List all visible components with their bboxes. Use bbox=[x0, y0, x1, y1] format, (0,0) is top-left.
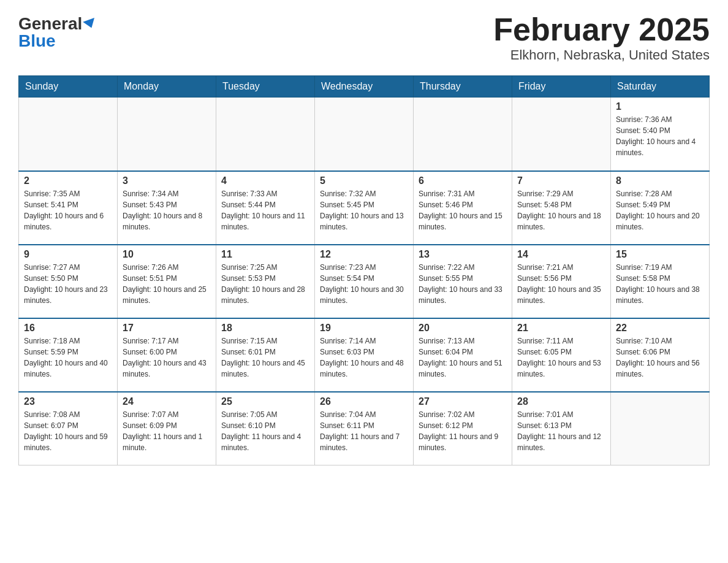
day-number: 14 bbox=[517, 249, 605, 260]
calendar-header-row: SundayMondayTuesdayWednesdayThursdayFrid… bbox=[19, 76, 710, 98]
day-info: Sunrise: 7:08 AM Sunset: 6:07 PM Dayligh… bbox=[24, 409, 112, 453]
day-info: Sunrise: 7:29 AM Sunset: 5:48 PM Dayligh… bbox=[517, 188, 605, 232]
day-number: 5 bbox=[320, 175, 408, 186]
day-number: 8 bbox=[616, 175, 704, 186]
day-info: Sunrise: 7:18 AM Sunset: 5:59 PM Dayligh… bbox=[24, 335, 112, 380]
day-info: Sunrise: 7:01 AM Sunset: 6:13 PM Dayligh… bbox=[517, 409, 605, 453]
day-number: 3 bbox=[123, 175, 211, 186]
calendar-day-header: Tuesday bbox=[216, 76, 315, 98]
day-info: Sunrise: 7:21 AM Sunset: 5:56 PM Dayligh… bbox=[517, 262, 605, 306]
calendar-day-cell bbox=[611, 392, 710, 465]
logo-general-text: General bbox=[18, 15, 82, 33]
day-info: Sunrise: 7:10 AM Sunset: 6:06 PM Dayligh… bbox=[616, 335, 704, 380]
day-number: 19 bbox=[320, 323, 408, 334]
calendar-day-cell: 27Sunrise: 7:02 AM Sunset: 6:12 PM Dayli… bbox=[414, 392, 512, 465]
calendar-day-cell: 22Sunrise: 7:10 AM Sunset: 6:06 PM Dayli… bbox=[611, 318, 710, 392]
calendar-day-cell: 12Sunrise: 7:23 AM Sunset: 5:54 PM Dayli… bbox=[315, 245, 414, 318]
day-number: 4 bbox=[221, 175, 309, 186]
calendar-day-cell: 15Sunrise: 7:19 AM Sunset: 5:58 PM Dayli… bbox=[611, 245, 710, 318]
calendar-day-cell: 6Sunrise: 7:31 AM Sunset: 5:46 PM Daylig… bbox=[414, 171, 512, 245]
day-number: 2 bbox=[24, 175, 112, 186]
calendar-day-cell: 10Sunrise: 7:26 AM Sunset: 5:51 PM Dayli… bbox=[118, 245, 216, 318]
day-info: Sunrise: 7:04 AM Sunset: 6:11 PM Dayligh… bbox=[320, 409, 408, 453]
day-info: Sunrise: 7:19 AM Sunset: 5:58 PM Dayligh… bbox=[616, 262, 704, 306]
calendar-day-cell: 25Sunrise: 7:05 AM Sunset: 6:10 PM Dayli… bbox=[216, 392, 315, 465]
calendar-day-cell: 7Sunrise: 7:29 AM Sunset: 5:48 PM Daylig… bbox=[512, 171, 611, 245]
calendar-day-cell bbox=[19, 98, 118, 171]
calendar-title: February 2025 bbox=[493, 12, 710, 47]
day-number: 20 bbox=[419, 323, 507, 334]
logo-arrow-icon bbox=[83, 18, 97, 30]
day-info: Sunrise: 7:14 AM Sunset: 6:03 PM Dayligh… bbox=[320, 335, 408, 380]
calendar-week-row: 16Sunrise: 7:18 AM Sunset: 5:59 PM Dayli… bbox=[19, 318, 710, 392]
day-number: 28 bbox=[517, 396, 605, 407]
calendar-day-header: Friday bbox=[512, 76, 611, 98]
calendar-week-row: 9Sunrise: 7:27 AM Sunset: 5:50 PM Daylig… bbox=[19, 245, 710, 318]
calendar-week-row: 23Sunrise: 7:08 AM Sunset: 6:07 PM Dayli… bbox=[19, 392, 710, 465]
day-number: 21 bbox=[517, 323, 605, 334]
calendar-day-cell: 21Sunrise: 7:11 AM Sunset: 6:05 PM Dayli… bbox=[512, 318, 611, 392]
day-number: 23 bbox=[24, 396, 112, 407]
calendar-day-header: Thursday bbox=[414, 76, 512, 98]
calendar-week-row: 1Sunrise: 7:36 AM Sunset: 5:40 PM Daylig… bbox=[19, 98, 710, 171]
calendar-day-header: Monday bbox=[118, 76, 216, 98]
calendar-day-header: Sunday bbox=[19, 76, 118, 98]
calendar-day-cell: 17Sunrise: 7:17 AM Sunset: 6:00 PM Dayli… bbox=[118, 318, 216, 392]
day-number: 1 bbox=[616, 101, 704, 112]
day-info: Sunrise: 7:11 AM Sunset: 6:05 PM Dayligh… bbox=[517, 335, 605, 380]
day-number: 12 bbox=[320, 249, 408, 260]
day-info: Sunrise: 7:07 AM Sunset: 6:09 PM Dayligh… bbox=[123, 409, 211, 453]
day-info: Sunrise: 7:23 AM Sunset: 5:54 PM Dayligh… bbox=[320, 262, 408, 306]
day-info: Sunrise: 7:33 AM Sunset: 5:44 PM Dayligh… bbox=[221, 188, 309, 232]
calendar-day-cell bbox=[216, 98, 315, 171]
calendar-day-cell: 14Sunrise: 7:21 AM Sunset: 5:56 PM Dayli… bbox=[512, 245, 611, 318]
day-info: Sunrise: 7:34 AM Sunset: 5:43 PM Dayligh… bbox=[123, 188, 211, 232]
day-info: Sunrise: 7:25 AM Sunset: 5:53 PM Dayligh… bbox=[221, 262, 309, 306]
day-number: 26 bbox=[320, 396, 408, 407]
day-number: 24 bbox=[123, 396, 211, 407]
calendar-day-cell: 9Sunrise: 7:27 AM Sunset: 5:50 PM Daylig… bbox=[19, 245, 118, 318]
day-info: Sunrise: 7:17 AM Sunset: 6:00 PM Dayligh… bbox=[123, 335, 211, 380]
logo: General Blue bbox=[18, 12, 96, 50]
calendar-day-cell bbox=[414, 98, 512, 171]
day-number: 15 bbox=[616, 249, 704, 260]
day-info: Sunrise: 7:15 AM Sunset: 6:01 PM Dayligh… bbox=[221, 335, 309, 380]
day-number: 7 bbox=[517, 175, 605, 186]
day-info: Sunrise: 7:02 AM Sunset: 6:12 PM Dayligh… bbox=[419, 409, 507, 453]
day-number: 22 bbox=[616, 323, 704, 334]
calendar-day-cell: 3Sunrise: 7:34 AM Sunset: 5:43 PM Daylig… bbox=[118, 171, 216, 245]
calendar-subtitle: Elkhorn, Nebraska, United States bbox=[493, 47, 710, 63]
calendar-day-cell bbox=[512, 98, 611, 171]
day-info: Sunrise: 7:13 AM Sunset: 6:04 PM Dayligh… bbox=[419, 335, 507, 380]
day-info: Sunrise: 7:26 AM Sunset: 5:51 PM Dayligh… bbox=[123, 262, 211, 306]
calendar-day-header: Wednesday bbox=[315, 76, 414, 98]
day-number: 13 bbox=[419, 249, 507, 260]
title-area: February 2025 Elkhorn, Nebraska, United … bbox=[493, 12, 710, 63]
day-info: Sunrise: 7:05 AM Sunset: 6:10 PM Dayligh… bbox=[221, 409, 309, 453]
calendar-day-cell: 23Sunrise: 7:08 AM Sunset: 6:07 PM Dayli… bbox=[19, 392, 118, 465]
calendar-day-cell: 1Sunrise: 7:36 AM Sunset: 5:40 PM Daylig… bbox=[611, 98, 710, 171]
calendar-day-cell: 5Sunrise: 7:32 AM Sunset: 5:45 PM Daylig… bbox=[315, 171, 414, 245]
day-info: Sunrise: 7:35 AM Sunset: 5:41 PM Dayligh… bbox=[24, 188, 112, 232]
day-number: 6 bbox=[419, 175, 507, 186]
calendar-day-cell bbox=[118, 98, 216, 171]
calendar-table: SundayMondayTuesdayWednesdayThursdayFrid… bbox=[18, 75, 710, 465]
calendar-day-cell: 11Sunrise: 7:25 AM Sunset: 5:53 PM Dayli… bbox=[216, 245, 315, 318]
day-info: Sunrise: 7:32 AM Sunset: 5:45 PM Dayligh… bbox=[320, 188, 408, 232]
day-info: Sunrise: 7:36 AM Sunset: 5:40 PM Dayligh… bbox=[616, 114, 704, 158]
calendar-day-cell: 18Sunrise: 7:15 AM Sunset: 6:01 PM Dayli… bbox=[216, 318, 315, 392]
calendar-day-cell: 4Sunrise: 7:33 AM Sunset: 5:44 PM Daylig… bbox=[216, 171, 315, 245]
calendar-day-cell: 2Sunrise: 7:35 AM Sunset: 5:41 PM Daylig… bbox=[19, 171, 118, 245]
day-number: 17 bbox=[123, 323, 211, 334]
logo-blue-text: Blue bbox=[18, 33, 56, 50]
calendar-day-cell: 8Sunrise: 7:28 AM Sunset: 5:49 PM Daylig… bbox=[611, 171, 710, 245]
day-number: 9 bbox=[24, 249, 112, 260]
day-info: Sunrise: 7:27 AM Sunset: 5:50 PM Dayligh… bbox=[24, 262, 112, 306]
page-header: General Blue February 2025 Elkhorn, Nebr… bbox=[18, 12, 710, 63]
calendar-day-header: Saturday bbox=[611, 76, 710, 98]
day-number: 11 bbox=[221, 249, 309, 260]
calendar-day-cell: 20Sunrise: 7:13 AM Sunset: 6:04 PM Dayli… bbox=[414, 318, 512, 392]
day-number: 16 bbox=[24, 323, 112, 334]
calendar-day-cell: 26Sunrise: 7:04 AM Sunset: 6:11 PM Dayli… bbox=[315, 392, 414, 465]
calendar-day-cell: 24Sunrise: 7:07 AM Sunset: 6:09 PM Dayli… bbox=[118, 392, 216, 465]
